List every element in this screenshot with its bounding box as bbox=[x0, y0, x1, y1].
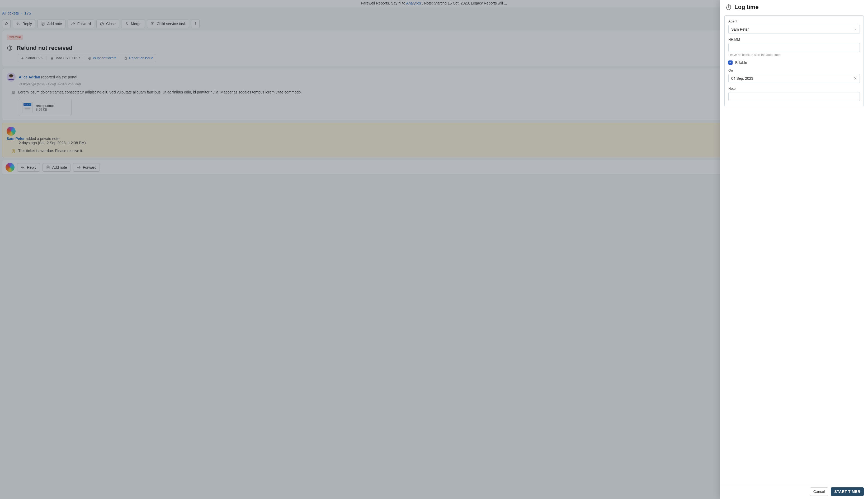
banner-link[interactable]: Analytics bbox=[406, 1, 421, 5]
attachment[interactable]: DOCX receipt.docx 8.99 KB bbox=[19, 99, 72, 116]
chevron-right-icon: › bbox=[21, 11, 22, 15]
reply-label-bottom: Reply bbox=[27, 165, 36, 170]
log-time-form: Agent Sam Peter HH:MM Leave as blank to … bbox=[724, 15, 864, 106]
forward-button[interactable]: Forward bbox=[68, 20, 94, 28]
kebab-icon bbox=[193, 22, 197, 26]
close-button[interactable]: Close bbox=[96, 20, 119, 28]
panel-title: Log time bbox=[734, 4, 759, 11]
breadcrumb-ticket-id: 175 bbox=[24, 11, 31, 15]
attachment-type-badge: DOCX bbox=[24, 103, 31, 106]
clear-date-icon[interactable]: ✕ bbox=[854, 76, 857, 81]
stopwatch-icon bbox=[725, 4, 732, 10]
page-link-wrap: /support/tickets bbox=[88, 56, 116, 60]
hhmm-field: HH:MM Leave as blank to start the auto-t… bbox=[728, 37, 860, 57]
agent-label: Agent bbox=[728, 19, 860, 23]
on-date-input[interactable]: 04 Sep, 2023 ✕ bbox=[728, 74, 860, 83]
avatar bbox=[7, 127, 15, 136]
svg-point-3 bbox=[195, 22, 196, 23]
child-service-task-label: Child service task bbox=[157, 22, 186, 26]
merge-icon bbox=[125, 22, 129, 26]
on-date-field: On 04 Sep, 2023 ✕ bbox=[728, 69, 860, 83]
apple-icon bbox=[50, 57, 54, 60]
document-thumb-icon: DOCX bbox=[22, 102, 33, 113]
note-icon bbox=[11, 149, 15, 154]
agent-select[interactable]: Sam Peter bbox=[728, 25, 860, 34]
note-icon bbox=[46, 165, 50, 170]
billable-checkbox[interactable] bbox=[728, 60, 733, 65]
banner-prefix: Farewell Reports. Say hi to bbox=[361, 1, 406, 5]
add-note-button[interactable]: Add note bbox=[37, 20, 65, 28]
globe-icon bbox=[7, 45, 13, 51]
child-service-task-button[interactable]: Child service task bbox=[147, 20, 189, 28]
hhmm-input[interactable] bbox=[728, 43, 860, 52]
clipboard-icon bbox=[124, 57, 127, 60]
attachment-size: 8.99 KB bbox=[36, 108, 54, 111]
svg-point-5 bbox=[195, 25, 196, 25]
on-label: On bbox=[728, 69, 860, 72]
globe-icon bbox=[11, 90, 15, 95]
globe-icon bbox=[88, 57, 91, 60]
os-text: Mac OS 10.15.7 bbox=[56, 56, 80, 60]
merge-button[interactable]: Merge bbox=[121, 20, 145, 28]
os-info: Mac OS 10.15.7 bbox=[50, 56, 80, 60]
divider bbox=[46, 56, 47, 60]
banner-suffix: . Note: Starting 15 Oct, 2023, Legacy Re… bbox=[422, 1, 507, 5]
add-note-label-bottom: Add note bbox=[52, 165, 67, 170]
report-issue-wrap: Report an issue bbox=[124, 56, 153, 60]
svg-point-7 bbox=[22, 57, 24, 59]
star-button[interactable] bbox=[2, 20, 11, 28]
system-info-bar: Safari 16.5 Mac OS 10.15.7 /support/tick… bbox=[18, 54, 156, 62]
note-input[interactable] bbox=[728, 92, 860, 101]
note-icon bbox=[41, 22, 45, 26]
start-timer-button[interactable]: START TIMER bbox=[831, 487, 864, 496]
hhmm-label: HH:MM bbox=[728, 37, 860, 41]
status-badge-overdue: Overdue bbox=[7, 35, 23, 40]
panel-footer: Cancel START TIMER bbox=[720, 484, 868, 499]
agent-value: Sam Peter bbox=[731, 27, 749, 32]
check-icon bbox=[729, 61, 732, 64]
on-date-value: 04 Sep, 2023 bbox=[731, 76, 753, 81]
reply-button[interactable]: Reply bbox=[13, 20, 35, 28]
chevron-down-icon bbox=[854, 28, 857, 31]
agent-field: Agent Sam Peter bbox=[728, 19, 860, 34]
record-icon bbox=[21, 57, 24, 60]
more-actions-button[interactable] bbox=[191, 20, 199, 28]
log-time-panel: Log time Agent Sam Peter HH:MM Leave as … bbox=[720, 0, 868, 499]
note-label: Note bbox=[728, 87, 860, 90]
browser-text: Safari 16.5 bbox=[26, 56, 42, 60]
forward-icon bbox=[71, 22, 75, 26]
add-note-button-bottom[interactable]: Add note bbox=[42, 163, 71, 172]
report-issue-link[interactable]: Report an issue bbox=[129, 56, 153, 60]
forward-label: Forward bbox=[77, 22, 91, 26]
check-circle-icon bbox=[100, 22, 104, 26]
forward-label-bottom: Forward bbox=[83, 165, 96, 170]
divider bbox=[84, 56, 84, 60]
plus-square-icon bbox=[150, 22, 155, 26]
page-url-link[interactable]: /support/tickets bbox=[93, 56, 116, 60]
svg-point-4 bbox=[195, 24, 196, 24]
billable-field: Billable bbox=[728, 60, 860, 65]
note-author-name[interactable]: Sam Peter bbox=[7, 136, 25, 141]
svg-point-1 bbox=[100, 22, 103, 25]
message-body: Lorem ipsum dolor sit amet, consectetur … bbox=[18, 89, 302, 95]
note-field: Note bbox=[728, 87, 860, 101]
forward-icon bbox=[76, 165, 81, 170]
avatar bbox=[7, 73, 15, 82]
author-name[interactable]: Alice Adrian bbox=[19, 75, 40, 79]
breadcrumb-all-tickets[interactable]: All tickets bbox=[2, 11, 19, 15]
browser-info: Safari 16.5 bbox=[21, 56, 42, 60]
reply-button-bottom[interactable]: Reply bbox=[17, 163, 40, 172]
close-label: Close bbox=[106, 22, 115, 26]
note-body: This ticket is overdue. Please resolve i… bbox=[18, 149, 83, 153]
avatar bbox=[5, 163, 14, 172]
billable-label: Billable bbox=[735, 60, 747, 65]
merge-label: Merge bbox=[131, 22, 142, 26]
forward-button-bottom[interactable]: Forward bbox=[73, 163, 100, 172]
star-icon bbox=[4, 22, 9, 26]
page-title: Refund not received bbox=[17, 45, 72, 51]
cancel-button[interactable]: Cancel bbox=[810, 487, 828, 496]
start-timer-label: START TIMER bbox=[834, 489, 860, 494]
hhmm-helper: Leave as blank to start the auto-timer. bbox=[728, 53, 860, 57]
cancel-label: Cancel bbox=[814, 489, 825, 494]
add-note-label: Add note bbox=[47, 22, 62, 26]
